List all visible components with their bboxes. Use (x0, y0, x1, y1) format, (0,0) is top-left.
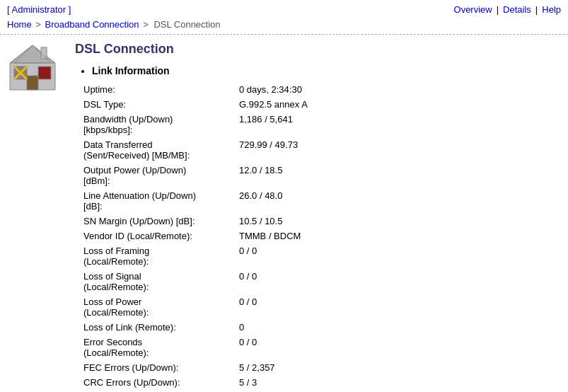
field-label: Output Power (Up/Down)[dBm]: (83, 163, 239, 188)
section-list: Link Information (75, 65, 561, 76)
content-area: DSL Connection Link Information Uptime:0… (0, 35, 568, 392)
router-icon (7, 42, 58, 93)
field-value: 0 / 0 (239, 243, 381, 269)
icon-area (7, 42, 64, 392)
sep-1: > (35, 19, 43, 30)
table-row: Uptime:0 days, 2:34:30 (83, 82, 381, 97)
section-link-info-label: Link Information (92, 65, 170, 76)
page-title: DSL Connection (75, 42, 561, 57)
field-label: FEC Errors (Up/Down): (83, 360, 239, 375)
sep-2: > (143, 19, 151, 30)
svg-rect-4 (27, 76, 38, 90)
table-row: DSL Type:G.992.5 annex A (83, 97, 381, 112)
table-row: Loss of Link (Remote):0 (83, 320, 381, 335)
current-page: DSL Connection (153, 19, 220, 30)
field-value: 5 / 2,357 (239, 360, 381, 375)
table-row: CRC Errors (Up/Down):5 / 3 (83, 375, 381, 390)
field-label: Line Attenuation (Up/Down)[dB]: (83, 188, 239, 214)
field-value: G.992.5 annex A (239, 97, 381, 112)
table-row: Loss of Framing(Local/Remote):0 / 0 (83, 243, 381, 269)
table-row: Loss of Signal(Local/Remote):0 / 0 (83, 269, 381, 294)
section-link-info: Link Information (92, 65, 561, 76)
field-value: 0 / 0 (239, 294, 381, 320)
field-label: SN Margin (Up/Down) [dB]: (83, 214, 239, 229)
field-value: 0 days, 2:34:30 (239, 82, 381, 97)
field-value: 0 / 0 (239, 335, 381, 360)
field-value: 10.5 / 10.5 (239, 214, 381, 229)
field-label: Bandwidth (Up/Down)[kbps/kbps]: (83, 112, 239, 137)
field-value: 0 (239, 320, 381, 335)
field-label: Loss of Framing(Local/Remote): (83, 243, 239, 269)
field-value: 5 / 3 (239, 375, 381, 390)
field-value: TMMB / BDCM (239, 229, 381, 243)
table-row: Data Transferred(Sent/Received) [MB/MB]:… (83, 137, 381, 163)
main-content: DSL Connection Link Information Uptime:0… (75, 42, 561, 392)
table-row: Loss of Power(Local/Remote):0 / 0 (83, 294, 381, 320)
field-label: Loss of Signal(Local/Remote): (83, 269, 239, 294)
table-row: Line Attenuation (Up/Down)[dB]:26.0 / 48… (83, 188, 381, 214)
field-label: Loss of Link (Remote): (83, 320, 239, 335)
table-row: Output Power (Up/Down)[dBm]:12.0 / 18.5 (83, 163, 381, 188)
table-row: Error Seconds(Local/Remote):0 / 0 (83, 335, 381, 360)
home-link[interactable]: Home (7, 19, 32, 30)
table-row: Vendor ID (Local/Remote):TMMB / BDCM (83, 229, 381, 243)
field-label: Error Seconds(Local/Remote): (83, 335, 239, 360)
field-label: Vendor ID (Local/Remote): (83, 229, 239, 243)
field-value: 1,186 / 5,641 (239, 112, 381, 137)
top-bar: [ Administrator ] Overview | Details | H… (0, 0, 568, 18)
field-label: DSL Type: (83, 97, 239, 112)
field-value: 729.99 / 49.73 (239, 137, 381, 163)
table-row: Bandwidth (Up/Down)[kbps/kbps]:1,186 / 5… (83, 112, 381, 137)
admin-link[interactable]: [ Administrator ] (7, 4, 71, 15)
field-label: CRC Errors (Up/Down): (83, 375, 239, 390)
field-label: Loss of Power(Local/Remote): (83, 294, 239, 320)
sep2: | (535, 4, 538, 15)
info-table: Uptime:0 days, 2:34:30DSL Type:G.992.5 a… (83, 82, 381, 392)
svg-rect-5 (41, 47, 47, 59)
field-label: Uptime: (83, 82, 239, 97)
help-link[interactable]: Help (542, 4, 561, 15)
table-row: SN Margin (Up/Down) [dB]:10.5 / 10.5 (83, 214, 381, 229)
top-links: Overview | Details | Help (454, 4, 561, 15)
field-value: 12.0 / 18.5 (239, 163, 381, 188)
details-link[interactable]: Details (503, 4, 531, 15)
admin-label: [ Administrator ] (7, 4, 71, 15)
broadband-link[interactable]: Broadband Connection (45, 19, 139, 30)
field-value: 26.0 / 48.0 (239, 188, 381, 214)
svg-rect-3 (38, 67, 51, 79)
field-value: 0 / 0 (239, 269, 381, 294)
overview-link[interactable]: Overview (454, 4, 492, 15)
field-label: Data Transferred(Sent/Received) [MB/MB]: (83, 137, 239, 163)
sep1: | (497, 4, 499, 15)
breadcrumb: Home > Broadband Connection > DSL Connec… (0, 18, 568, 34)
table-row: FEC Errors (Up/Down):5 / 2,357 (83, 360, 381, 375)
